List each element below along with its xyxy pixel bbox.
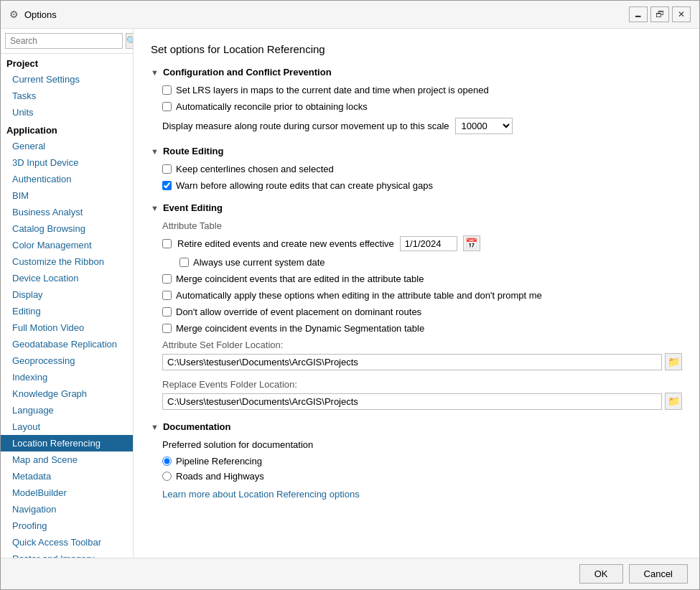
sidebar-item-catalog-browsing[interactable]: Catalog Browsing bbox=[1, 220, 133, 237]
date-input[interactable] bbox=[400, 236, 457, 251]
scale-select[interactable]: 10000 bbox=[455, 118, 513, 134]
merge-coincident-dynamic-checkbox[interactable] bbox=[162, 324, 172, 333]
auto-apply-label[interactable]: Automatically apply these options when e… bbox=[162, 290, 542, 301]
sidebar-item-business-analyst[interactable]: Business Analyst bbox=[1, 204, 133, 220]
attr-set-folder-row: 📁 bbox=[162, 353, 682, 370]
learn-more-link[interactable]: Learn more about Location Referencing op… bbox=[162, 489, 360, 500]
auto-apply-checkbox[interactable] bbox=[162, 291, 172, 300]
warn-before-checkbox[interactable] bbox=[162, 181, 172, 190]
auto-apply-option: Automatically apply these options when e… bbox=[162, 290, 682, 301]
event-collapse-icon[interactable]: ▼ bbox=[151, 204, 159, 212]
dialog-title: Options bbox=[24, 9, 57, 20]
sidebar-scroll: Project Current Settings Tasks Units App… bbox=[1, 54, 133, 558]
dont-allow-override-option: Don't allow override of event placement … bbox=[162, 306, 682, 317]
sidebar: 🔍 ▼ Project Current Settings Tasks Units… bbox=[1, 29, 134, 558]
sidebar-item-layout[interactable]: Layout bbox=[1, 418, 133, 435]
project-group-header: Project bbox=[1, 54, 133, 71]
always-use-current-checkbox[interactable] bbox=[179, 258, 189, 267]
event-editing-label: Event Editing bbox=[163, 202, 223, 213]
page-title: Set options for Location Referencing bbox=[151, 43, 682, 55]
minimize-button[interactable]: 🗕 bbox=[629, 6, 648, 22]
warn-before-option: Warn before allowing route edits that ca… bbox=[162, 180, 682, 191]
sidebar-item-navigation[interactable]: Navigation bbox=[1, 501, 133, 518]
route-collapse-icon[interactable]: ▼ bbox=[151, 147, 159, 156]
close-button[interactable]: ✕ bbox=[672, 6, 691, 22]
config-conflict-label: Configuration and Conflict Prevention bbox=[163, 67, 332, 78]
roads-highways-label[interactable]: Roads and Highways bbox=[162, 471, 264, 482]
sidebar-item-editing[interactable]: Editing bbox=[1, 303, 133, 319]
sidebar-item-bim[interactable]: BIM bbox=[1, 187, 133, 204]
keep-centerlines-label[interactable]: Keep centerlines chosen and selected bbox=[162, 164, 334, 174]
documentation-section: ▼ Documentation Preferred solution for d… bbox=[151, 421, 682, 500]
pipeline-referencing-label[interactable]: Pipeline Referencing bbox=[162, 456, 262, 467]
retire-events-option: Retire edited events and create new even… bbox=[162, 235, 682, 251]
config-collapse-icon[interactable]: ▼ bbox=[151, 68, 159, 77]
merge-coincident-dynamic-option: Merge coincident events in the Dynamic S… bbox=[162, 323, 682, 334]
sidebar-item-location-referencing[interactable]: Location Referencing bbox=[1, 435, 133, 451]
set-lrs-label[interactable]: Set LRS layers in maps to the current da… bbox=[162, 85, 489, 95]
route-editing-content: Keep centerlines chosen and selected War… bbox=[151, 164, 682, 191]
ok-button[interactable]: OK bbox=[579, 564, 623, 584]
display-measure-row: Display measure along route during curso… bbox=[162, 118, 682, 134]
sidebar-item-quick-access-toolbar[interactable]: Quick Access Toolbar bbox=[1, 534, 133, 551]
merge-coincident-attr-checkbox[interactable] bbox=[162, 274, 172, 284]
sidebar-item-geodatabase-replication[interactable]: Geodatabase Replication bbox=[1, 336, 133, 352]
main-content: Set options for Location Referencing ▼ C… bbox=[134, 29, 699, 558]
merge-coincident-dynamic-label[interactable]: Merge coincident events in the Dynamic S… bbox=[162, 323, 424, 334]
attr-set-folder-input[interactable] bbox=[162, 354, 662, 370]
cancel-button[interactable]: Cancel bbox=[629, 564, 688, 584]
sidebar-item-full-motion-video[interactable]: Full Motion Video bbox=[1, 319, 133, 336]
dont-allow-override-checkbox[interactable] bbox=[162, 307, 172, 317]
attr-set-folder-button[interactable]: 📁 bbox=[665, 353, 682, 370]
sidebar-item-display[interactable]: Display bbox=[1, 286, 133, 303]
auto-reconcile-checkbox[interactable] bbox=[162, 102, 172, 111]
search-input[interactable] bbox=[5, 33, 123, 49]
sidebar-item-proofing[interactable]: Proofing bbox=[1, 518, 133, 534]
sidebar-item-customize-ribbon[interactable]: Customize the Ribbon bbox=[1, 253, 133, 270]
doc-collapse-icon[interactable]: ▼ bbox=[151, 423, 159, 431]
dialog-body: 🔍 ▼ Project Current Settings Tasks Units… bbox=[1, 29, 699, 558]
search-button[interactable]: 🔍 bbox=[126, 33, 134, 49]
title-bar-controls: 🗕 🗗 ✕ bbox=[629, 6, 691, 22]
pipeline-referencing-radio-row: Pipeline Referencing bbox=[162, 456, 682, 467]
sidebar-item-geoprocessing[interactable]: Geoprocessing bbox=[1, 352, 133, 369]
sidebar-item-language[interactable]: Language bbox=[1, 402, 133, 418]
sidebar-item-map-and-scene[interactable]: Map and Scene bbox=[1, 451, 133, 468]
route-editing-section: ▼ Route Editing Keep centerlines chosen … bbox=[151, 146, 682, 191]
retire-events-checkbox[interactable] bbox=[162, 239, 172, 248]
calendar-button[interactable]: 📅 bbox=[463, 235, 480, 251]
sidebar-item-current-settings[interactable]: Current Settings bbox=[1, 71, 133, 88]
title-bar: ⚙ Options 🗕 🗗 ✕ bbox=[1, 1, 699, 29]
replace-events-folder-label: Replace Events Folder Location: bbox=[162, 379, 682, 390]
attr-set-folder-label: Attribute Set Folder Location: bbox=[162, 340, 682, 350]
preferred-solution-label: Preferred solution for documentation bbox=[162, 439, 682, 450]
restore-button[interactable]: 🗗 bbox=[650, 6, 669, 22]
pipeline-referencing-radio[interactable] bbox=[162, 456, 172, 466]
replace-events-folder-button[interactable]: 📁 bbox=[665, 393, 682, 410]
sidebar-item-color-management[interactable]: Color Management bbox=[1, 237, 133, 253]
replace-events-folder-input[interactable] bbox=[162, 393, 662, 410]
sidebar-item-knowledge-graph[interactable]: Knowledge Graph bbox=[1, 385, 133, 402]
sidebar-item-modelbuilder[interactable]: ModelBuilder bbox=[1, 484, 133, 501]
event-editing-content: Attribute Table Retire edited events and… bbox=[151, 220, 682, 410]
sidebar-item-device-location[interactable]: Device Location bbox=[1, 270, 133, 286]
dont-allow-override-label[interactable]: Don't allow override of event placement … bbox=[162, 306, 421, 317]
sidebar-item-indexing[interactable]: Indexing bbox=[1, 369, 133, 385]
sidebar-item-authentication[interactable]: Authentication bbox=[1, 171, 133, 187]
sidebar-item-general[interactable]: General bbox=[1, 138, 133, 154]
keep-centerlines-checkbox[interactable] bbox=[162, 164, 172, 174]
set-lrs-checkbox[interactable] bbox=[162, 85, 172, 95]
roads-highways-radio[interactable] bbox=[162, 472, 172, 481]
always-use-current-option: Always use current system date bbox=[162, 257, 682, 268]
warn-before-label[interactable]: Warn before allowing route edits that ca… bbox=[162, 180, 433, 191]
config-conflict-header: ▼ Configuration and Conflict Prevention bbox=[151, 67, 682, 78]
sidebar-item-units[interactable]: Units bbox=[1, 104, 133, 121]
sidebar-item-3d-input-device[interactable]: 3D Input Device bbox=[1, 154, 133, 171]
merge-coincident-attr-label[interactable]: Merge coincident events that are edited … bbox=[162, 273, 424, 284]
retire-events-text: Retire edited events and create new even… bbox=[177, 238, 394, 249]
sidebar-item-tasks[interactable]: Tasks bbox=[1, 88, 133, 104]
always-use-current-label[interactable]: Always use current system date bbox=[179, 257, 325, 268]
auto-reconcile-label[interactable]: Automatically reconcile prior to obtaini… bbox=[162, 101, 368, 112]
sidebar-item-raster-and-imagery[interactable]: Raster and Imagery bbox=[1, 551, 133, 558]
sidebar-item-metadata[interactable]: Metadata bbox=[1, 468, 133, 484]
